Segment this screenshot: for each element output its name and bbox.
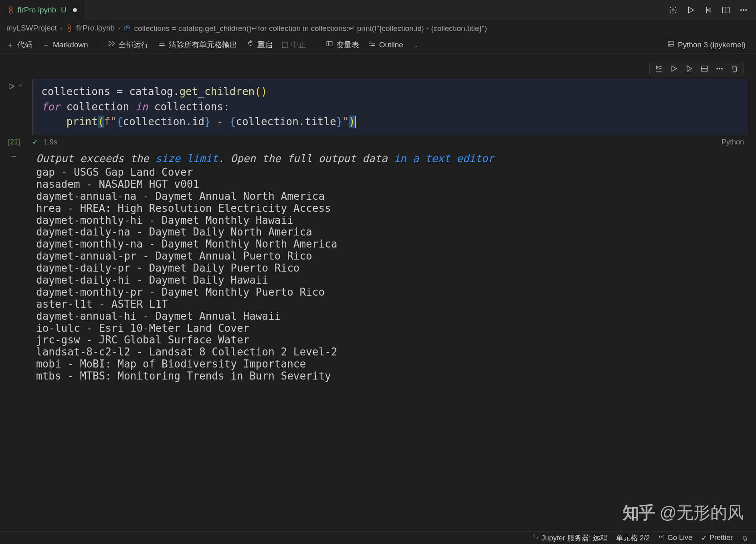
execution-count: [21] bbox=[8, 138, 32, 146]
chevron-right-icon: › bbox=[60, 24, 63, 32]
breadcrumb-project[interactable]: myLSWProject bbox=[6, 24, 57, 32]
delete-cell-icon[interactable] bbox=[731, 65, 739, 73]
jupyter-icon bbox=[7, 6, 14, 14]
output-line: landsat-8-c2-l2 - Landsat 8 Collection 2… bbox=[36, 346, 744, 358]
diff-icon[interactable] bbox=[704, 6, 713, 14]
breadcrumb-symbol[interactable]: collections = catalog.get_children()↵for… bbox=[134, 24, 487, 33]
cell-more-icon[interactable] bbox=[716, 65, 724, 73]
python-icon bbox=[123, 24, 131, 32]
clear-icon bbox=[158, 40, 166, 49]
output-line: daymet-annual-na - Daymet Annual North A… bbox=[36, 191, 744, 203]
output-line: nasadem - NASADEM HGT v001 bbox=[36, 179, 744, 191]
output-line: jrc-gsw - JRC Global Surface Water bbox=[36, 334, 744, 346]
chevron-down-icon[interactable] bbox=[18, 83, 23, 89]
output-line: mtbs - MTBS: Monitoring Trends in Burn S… bbox=[36, 370, 744, 382]
execution-duration: 1.9s bbox=[44, 138, 57, 146]
stop-icon bbox=[282, 42, 288, 48]
tab-filename: firPro.ipynb bbox=[18, 6, 56, 14]
kernel-picker[interactable]: Python 3 (ipykernel) bbox=[667, 40, 750, 49]
restart-button[interactable]: 重启 bbox=[247, 40, 273, 50]
divider bbox=[316, 41, 316, 49]
size-limit-link[interactable]: size limit bbox=[155, 152, 218, 164]
output-line: io-lulc - Esri 10-Meter Land Cover bbox=[36, 323, 744, 335]
run-icon[interactable] bbox=[686, 6, 695, 14]
svg-point-5 bbox=[740, 9, 742, 10]
chevron-right-icon: › bbox=[118, 24, 120, 32]
output-line: daymet-daily-hi - Daymet Daily Hawaii bbox=[36, 274, 744, 286]
svg-point-21 bbox=[370, 43, 370, 44]
clear-outputs-button[interactable]: 清除所有单元格输出 bbox=[158, 40, 237, 50]
check-icon: ✓ bbox=[701, 534, 707, 542]
unsaved-dot-icon bbox=[73, 8, 77, 12]
output-line: daymet-monthly-pr - Daymet Monthly Puert… bbox=[36, 286, 744, 298]
interrupt-button[interactable]: 中止 bbox=[282, 40, 306, 50]
broadcast-icon bbox=[659, 534, 665, 542]
execute-below-icon[interactable] bbox=[685, 65, 693, 73]
run-all-button[interactable]: 全部运行 bbox=[108, 40, 149, 50]
output-line: mobi - MoBI: Map of Biodiversity Importa… bbox=[36, 358, 744, 370]
restart-icon bbox=[247, 40, 254, 49]
split-icon[interactable] bbox=[722, 6, 730, 14]
svg-point-22 bbox=[370, 45, 370, 46]
output-line: hrea - HREA: High Resolution Electricity… bbox=[36, 203, 744, 215]
output-text[interactable]: gap - USGS Gap Land Covernasadem - NASAD… bbox=[36, 166, 744, 382]
output-line: aster-l1t - ASTER L1T bbox=[36, 298, 744, 311]
svg-point-33 bbox=[661, 536, 663, 538]
svg-point-6 bbox=[743, 9, 744, 10]
run-cell-button[interactable] bbox=[8, 83, 15, 91]
svg-point-0 bbox=[9, 6, 12, 10]
tab-bar: firPro.ipynb U bbox=[0, 0, 756, 20]
variables-button[interactable]: 变量表 bbox=[326, 40, 359, 50]
svg-point-25 bbox=[669, 42, 670, 43]
status-bar: Jupyter 服务器: 远程 单元格 2/2 Go Live ✓ Pretti… bbox=[0, 531, 756, 544]
remote-icon bbox=[533, 534, 539, 542]
plus-icon: ＋ bbox=[6, 40, 14, 50]
execute-cell-icon[interactable] bbox=[670, 65, 678, 73]
cell-meta: [21] ✓ 1.9s Python bbox=[0, 135, 756, 149]
code-editor[interactable]: collections = catalog.get_children() for… bbox=[32, 79, 748, 135]
svg-point-32 bbox=[722, 68, 723, 69]
svg-point-1 bbox=[9, 10, 12, 13]
plus-icon: ＋ bbox=[42, 40, 50, 50]
jupyter-server-status[interactable]: Jupyter 服务器: 远程 bbox=[533, 533, 607, 543]
outline-button[interactable]: Outline bbox=[369, 40, 403, 49]
file-tab[interactable]: firPro.ipynb U bbox=[0, 0, 84, 20]
cell-position[interactable]: 单元格 2/2 bbox=[616, 533, 650, 543]
run-by-line-icon[interactable] bbox=[655, 65, 663, 73]
more-icon[interactable] bbox=[739, 6, 748, 14]
output-line: daymet-annual-pr - Daymet Annual Puerto … bbox=[36, 250, 744, 262]
add-markdown-button[interactable]: ＋ Markdown bbox=[42, 40, 88, 50]
code-cell: collections = catalog.get_children() for… bbox=[0, 79, 756, 135]
watermark: 知乎 @无形的风 bbox=[623, 501, 744, 524]
svg-point-31 bbox=[719, 68, 720, 69]
svg-rect-28 bbox=[701, 66, 707, 68]
breadcrumb-file[interactable]: firPro.ipynb bbox=[76, 24, 115, 32]
notifications-icon[interactable] bbox=[742, 535, 748, 541]
output-line: daymet-monthly-hi - Daymet Monthly Hawai… bbox=[36, 215, 744, 227]
editor-actions bbox=[669, 6, 756, 14]
output-line: daymet-annual-hi - Daymet Annual Hawaii bbox=[36, 311, 744, 323]
svg-rect-29 bbox=[701, 69, 707, 71]
zhihu-logo: 知乎 bbox=[623, 501, 655, 524]
settings-icon[interactable] bbox=[669, 6, 677, 14]
cell-toolbar bbox=[0, 62, 756, 75]
breadcrumb[interactable]: myLSWProject › firPro.ipynb › collection… bbox=[0, 20, 756, 36]
svg-point-30 bbox=[717, 68, 718, 69]
variables-icon bbox=[326, 40, 333, 49]
toolbar-more-button[interactable]: … bbox=[413, 41, 420, 49]
svg-point-26 bbox=[669, 45, 670, 46]
svg-rect-14 bbox=[327, 42, 332, 46]
divider bbox=[98, 41, 98, 49]
open-text-editor-link[interactable]: in a text editor bbox=[394, 152, 494, 164]
output-line: daymet-daily-pr - Daymet Daily Puerto Ri… bbox=[36, 262, 744, 274]
split-cell-icon[interactable] bbox=[700, 65, 708, 73]
tab-modified-marker: U bbox=[61, 6, 67, 14]
output-more-icon[interactable]: ⋯ bbox=[11, 152, 17, 161]
watermark-author: @无形的风 bbox=[659, 501, 744, 524]
cell-language[interactable]: Python bbox=[722, 138, 744, 146]
cell-area: collections = catalog.get_children() for… bbox=[0, 54, 756, 382]
add-code-button[interactable]: ＋ 代码 bbox=[6, 40, 32, 50]
success-check-icon: ✓ bbox=[32, 138, 38, 146]
go-live-button[interactable]: Go Live bbox=[659, 534, 692, 542]
prettier-status[interactable]: ✓ Prettier bbox=[701, 534, 733, 542]
